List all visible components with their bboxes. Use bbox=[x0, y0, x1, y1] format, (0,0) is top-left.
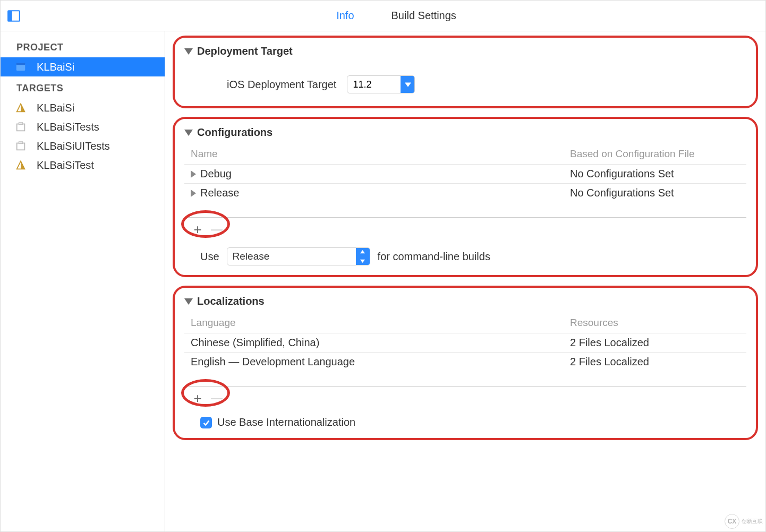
watermark: CX 创新互联 bbox=[725, 514, 763, 529]
deployment-target-panel: Deployment Target iOS Deployment Target bbox=[173, 36, 758, 108]
test-target-icon bbox=[14, 140, 27, 152]
remove-button[interactable]: — bbox=[209, 391, 225, 406]
app-target-icon bbox=[14, 101, 27, 114]
sidebar-project-label: KLBaiSi bbox=[37, 61, 74, 73]
test-target-icon bbox=[14, 121, 27, 133]
localization-resources: 2 Files Localized bbox=[570, 337, 740, 349]
xcode-project-icon bbox=[14, 61, 27, 73]
editor-body: PROJECT KLBaiSi TARGETS KLBaiSi KLBaiSiT… bbox=[1, 31, 765, 531]
sidebar: PROJECT KLBaiSi TARGETS KLBaiSi KLBaiSiT… bbox=[1, 31, 165, 531]
stepper-icon[interactable] bbox=[356, 247, 370, 265]
tab-bar: Info Build Settings bbox=[27, 10, 765, 22]
table-header: Name Based on Configuration File bbox=[184, 146, 746, 164]
configurations-panel: Configurations Name Based on Configurati… bbox=[173, 117, 758, 277]
sidebar-target-label: KLBaiSiUITests bbox=[37, 140, 110, 152]
section-header[interactable]: Deployment Target bbox=[184, 45, 746, 57]
sidebar-project-item[interactable]: KLBaiSi bbox=[1, 57, 165, 76]
table-row[interactable]: Debug No Configurations Set bbox=[184, 164, 746, 183]
watermark-text: 创新互联 bbox=[742, 518, 763, 525]
localization-resources: 2 Files Localized bbox=[570, 356, 740, 368]
section-title: Deployment Target bbox=[197, 45, 293, 57]
table-row[interactable]: Chinese (Simplified, China) 2 Files Loca… bbox=[184, 333, 746, 352]
deployment-target-input[interactable] bbox=[347, 79, 401, 90]
chevron-down-icon bbox=[184, 130, 193, 136]
select-value: Release bbox=[227, 251, 356, 262]
chevron-down-icon[interactable] bbox=[401, 75, 414, 93]
add-remove-bar: + — bbox=[184, 386, 746, 406]
xcode-project-editor: Info Build Settings PROJECT KLBaiSi TARG… bbox=[0, 0, 766, 532]
panel-toggle-button[interactable] bbox=[1, 9, 27, 23]
config-based: No Configurations Set bbox=[570, 168, 740, 180]
section-header[interactable]: Configurations bbox=[184, 126, 746, 139]
sidebar-target-label: KLBaiSiTest bbox=[37, 159, 94, 171]
config-name: Release bbox=[200, 187, 239, 199]
svg-marker-13 bbox=[360, 250, 365, 253]
sidebar-heading-project: PROJECT bbox=[1, 36, 165, 57]
config-name: Debug bbox=[200, 168, 232, 180]
sidebar-target-label: KLBaiSiTests bbox=[37, 121, 99, 133]
tab-info[interactable]: Info bbox=[336, 10, 354, 22]
use-config-line: Use Release for command-line builds bbox=[184, 237, 746, 265]
section-title: Localizations bbox=[197, 295, 265, 307]
table-header: Language Resources bbox=[184, 315, 746, 333]
column-header: Language bbox=[191, 317, 570, 329]
use-suffix: for command-line builds bbox=[378, 251, 490, 263]
content-area: Deployment Target iOS Deployment Target … bbox=[165, 31, 765, 531]
column-header: Name bbox=[191, 148, 570, 160]
config-based: No Configurations Set bbox=[570, 187, 740, 199]
localization-language: Chinese (Simplified, China) bbox=[191, 337, 319, 349]
svg-rect-9 bbox=[19, 142, 22, 144]
watermark-icon: CX bbox=[725, 514, 739, 529]
chevron-right-icon[interactable] bbox=[191, 190, 196, 197]
section-title: Configurations bbox=[197, 126, 273, 139]
remove-button[interactable]: — bbox=[209, 222, 225, 237]
column-header: Resources bbox=[570, 317, 740, 329]
deployment-row: iOS Deployment Target bbox=[184, 65, 746, 97]
base-intl-checkbox[interactable] bbox=[200, 417, 212, 428]
svg-rect-6 bbox=[17, 124, 25, 131]
top-bar: Info Build Settings bbox=[1, 1, 765, 31]
add-remove-bar: + — bbox=[184, 217, 746, 237]
add-button[interactable]: + bbox=[190, 391, 206, 406]
chevron-right-icon[interactable] bbox=[191, 170, 196, 178]
panel-left-icon bbox=[7, 9, 21, 23]
base-intl-row: Use Base Internationalization bbox=[184, 406, 746, 428]
use-config-select[interactable]: Release bbox=[227, 247, 370, 265]
sidebar-target-item[interactable]: KLBaiSiTest bbox=[1, 156, 165, 175]
deployment-label: iOS Deployment Target bbox=[227, 79, 336, 91]
svg-rect-3 bbox=[16, 63, 25, 65]
section-header[interactable]: Localizations bbox=[184, 295, 746, 307]
use-prefix: Use bbox=[200, 251, 219, 263]
svg-marker-14 bbox=[360, 260, 365, 263]
svg-marker-12 bbox=[405, 82, 411, 87]
base-intl-label: Use Base Internationalization bbox=[217, 416, 355, 428]
table-row[interactable]: Release No Configurations Set bbox=[184, 183, 746, 202]
table-row[interactable]: English — Development Language 2 Files L… bbox=[184, 352, 746, 371]
chevron-down-icon bbox=[184, 48, 193, 55]
svg-rect-7 bbox=[19, 123, 22, 125]
sidebar-target-item[interactable]: KLBaiSiTests bbox=[1, 117, 165, 136]
sidebar-target-label: KLBaiSi bbox=[37, 102, 74, 114]
app-target-icon bbox=[14, 159, 27, 171]
localizations-panel: Localizations Language Resources Chinese… bbox=[173, 286, 758, 440]
chevron-down-icon bbox=[184, 298, 193, 305]
svg-rect-1 bbox=[8, 11, 12, 21]
sidebar-target-item[interactable]: KLBaiSi bbox=[1, 98, 165, 117]
tab-build-settings[interactable]: Build Settings bbox=[391, 10, 456, 22]
localization-language: English — Development Language bbox=[191, 356, 355, 368]
sidebar-heading-targets: TARGETS bbox=[1, 76, 165, 98]
sidebar-target-item[interactable]: KLBaiSiUITests bbox=[1, 136, 165, 156]
deployment-target-combo[interactable] bbox=[347, 75, 415, 93]
add-button[interactable]: + bbox=[190, 222, 206, 237]
column-header: Based on Configuration File bbox=[570, 148, 740, 160]
svg-rect-8 bbox=[17, 143, 25, 150]
